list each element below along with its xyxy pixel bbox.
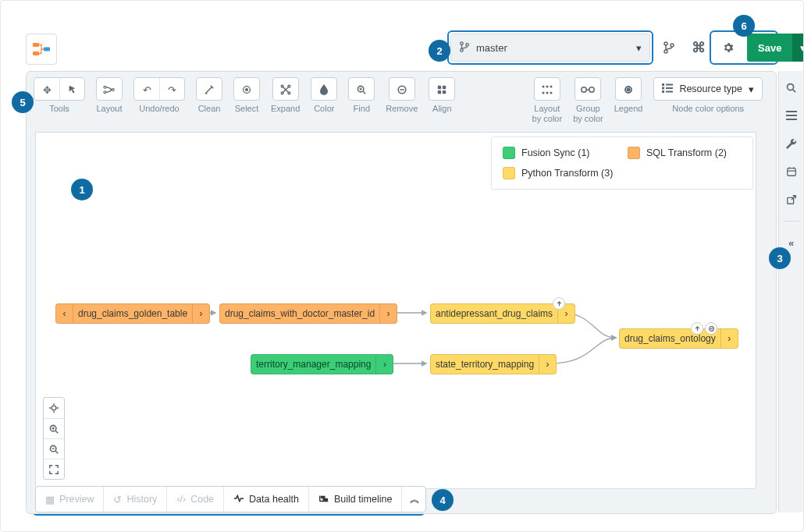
svg-point-27 — [542, 92, 544, 94]
chevron-right-icon[interactable]: › — [379, 304, 397, 323]
export-icon[interactable] — [783, 191, 800, 208]
right-rail: « — [778, 71, 803, 512]
history-icon: ↺ — [113, 494, 122, 505]
chevron-right-icon[interactable]: › — [539, 355, 556, 374]
legend-icon[interactable] — [616, 78, 641, 101]
save-button[interactable]: Save — [747, 34, 792, 62]
svg-point-25 — [546, 86, 548, 88]
clean-button[interactable] — [196, 77, 222, 101]
settings-icon-button[interactable] — [717, 37, 739, 59]
node-territory-manager-mapping[interactable]: territory_manager_mapping › — [251, 354, 393, 374]
svg-point-7 — [664, 50, 667, 53]
expand-button[interactable] — [272, 77, 299, 101]
node-drug-claims-ontology[interactable]: drug_claims_ontology › — [619, 328, 738, 349]
clean-icon[interactable] — [197, 78, 222, 101]
svg-rect-23 — [443, 90, 446, 94]
tab-build-timeline[interactable]: Build timeline — [308, 487, 401, 512]
collapse-rail-icon[interactable]: « — [783, 234, 800, 251]
remove-label: Remove — [386, 104, 418, 114]
node-state-territory-mapping[interactable]: state_territory_mapping › — [430, 354, 557, 374]
svg-point-29 — [550, 92, 552, 94]
search-icon[interactable] — [783, 79, 800, 96]
color-button[interactable] — [311, 77, 337, 101]
pointer-tool-icon[interactable] — [59, 78, 84, 101]
legend-item-label: SQL Transform (2) — [646, 147, 727, 158]
layout-icon[interactable] — [97, 78, 122, 101]
svg-point-11 — [112, 89, 114, 91]
svg-rect-2 — [44, 48, 50, 51]
remove-icon[interactable] — [390, 78, 414, 101]
svg-point-8 — [671, 44, 674, 47]
wrench-icon[interactable] — [783, 135, 800, 152]
legend-button[interactable] — [615, 77, 642, 101]
expand-icon[interactable] — [273, 78, 298, 101]
app-logo — [26, 34, 57, 65]
layout-by-color-button[interactable] — [534, 77, 560, 101]
chevron-left-icon[interactable]: ‹ — [56, 304, 73, 323]
node-badge-icon[interactable] — [705, 322, 717, 335]
svg-point-14 — [281, 85, 283, 87]
fullscreen-icon[interactable] — [44, 459, 64, 479]
caret-down-icon: ▾ — [636, 42, 642, 54]
expand-label: Expand — [271, 104, 300, 114]
panel-lines-icon[interactable] — [783, 107, 800, 124]
remove-button[interactable] — [389, 77, 415, 101]
zoom-out-icon[interactable] — [44, 438, 64, 459]
node-badge-icon[interactable] — [553, 297, 565, 310]
svg-point-17 — [288, 92, 290, 94]
save-options-button[interactable]: ▾ — [792, 34, 804, 62]
chevron-right-icon[interactable]: › — [192, 304, 209, 323]
chevron-right-icon[interactable]: › — [720, 329, 738, 348]
align-button[interactable] — [429, 77, 455, 101]
redo-icon[interactable]: ↷ — [159, 78, 184, 101]
svg-point-10 — [104, 91, 106, 94]
command-icon-button[interactable]: ⌘ — [688, 37, 710, 59]
resource-type-select[interactable]: Resource type ▾ — [653, 77, 763, 101]
svg-point-33 — [627, 88, 629, 90]
align-icon[interactable] — [429, 78, 454, 101]
svg-rect-21 — [443, 86, 446, 89]
select-button[interactable] — [233, 77, 260, 101]
group-by-color-button[interactable] — [575, 77, 601, 101]
undo-icon[interactable]: ↶ — [134, 78, 159, 101]
tab-history[interactable]: ↺History — [103, 487, 166, 512]
zoom-in-icon[interactable] — [44, 418, 64, 438]
tab-expand[interactable]: ︽ — [401, 487, 425, 512]
bottom-tab-bar: ▦Preview ↺History ‹/›Code Data health Bu… — [35, 486, 426, 512]
color-icon[interactable] — [311, 78, 336, 101]
node-color-options-label: Node color options — [672, 104, 744, 114]
legend-label: Legend — [614, 104, 643, 114]
svg-rect-45 — [786, 111, 797, 112]
layout-by-color-icon[interactable] — [535, 78, 560, 101]
find-button[interactable] — [348, 77, 375, 101]
node-drug-claims-golden-table[interactable]: ‹ drug_claims_golden_table › — [55, 303, 210, 324]
chevron-double-up-icon: ︽ — [410, 493, 418, 506]
calendar-icon[interactable] — [783, 163, 800, 180]
pan-tool-icon[interactable]: ✥ — [34, 78, 59, 101]
find-icon[interactable] — [349, 78, 374, 101]
svg-point-16 — [281, 92, 283, 94]
svg-rect-39 — [666, 90, 673, 92]
svg-point-28 — [546, 92, 548, 94]
select-label: Select — [235, 104, 259, 114]
branches-icon-button[interactable] — [658, 37, 680, 59]
group-by-color-label: Group by color — [573, 104, 603, 124]
list-icon — [662, 83, 673, 95]
chevron-right-icon[interactable]: › — [375, 355, 393, 374]
tab-data-health[interactable]: Data health — [223, 487, 308, 512]
tab-preview[interactable]: ▦Preview — [36, 487, 103, 512]
color-label: Color — [314, 104, 334, 114]
legend-item-label: Fusion Sync (1) — [521, 147, 590, 158]
tab-code[interactable]: ‹/›Code — [166, 487, 223, 512]
select-icon[interactable] — [234, 78, 259, 101]
group-by-color-icon[interactable] — [575, 78, 600, 101]
undoredo-group[interactable]: ↶ ↷ — [133, 77, 185, 101]
locate-icon[interactable] — [44, 398, 64, 418]
svg-point-15 — [288, 85, 290, 87]
node-badge-icon[interactable] — [691, 322, 703, 335]
node-drug-claims-with-doctor-master-id[interactable]: drug_claims_with_doctor_master_id › — [219, 303, 397, 324]
branch-select[interactable]: master ▾ — [450, 34, 650, 62]
layout-button[interactable] — [96, 77, 123, 101]
tools-group[interactable]: ✥ — [34, 77, 85, 101]
svg-point-13 — [246, 89, 248, 91]
